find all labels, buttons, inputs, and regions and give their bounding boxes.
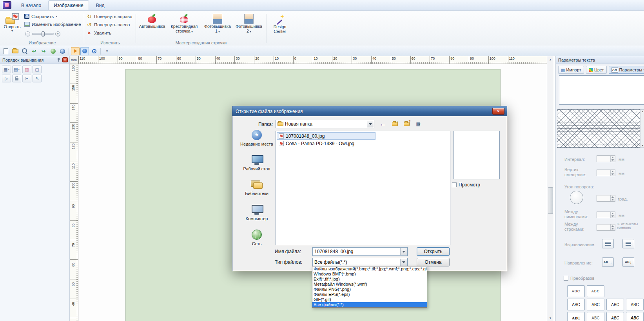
- direction-horizontal-button[interactable]: AB: [602, 257, 614, 267]
- slider[interactable]: − +: [25, 31, 60, 36]
- align-justify-button[interactable]: [622, 239, 634, 248]
- place-network[interactable]: Сеть: [252, 230, 262, 246]
- file-item[interactable]: Сова - Panna PD-1489 - Owl.jpg: [277, 140, 449, 147]
- char-spacing-spinner[interactable]: [597, 212, 615, 218]
- spin-up-icon[interactable]: [611, 212, 615, 215]
- spin-down-icon[interactable]: [611, 173, 615, 176]
- minus-icon[interactable]: −: [25, 31, 30, 36]
- pin-icon[interactable]: [57, 58, 61, 62]
- undo-button[interactable]: ↩: [30, 47, 38, 55]
- folder-combo[interactable]: Новая папка: [276, 120, 374, 128]
- filetype-option[interactable]: Файлы EPS(*.eps): [312, 292, 427, 297]
- rotate-right-button[interactable]: ↻ Повернуть вправо: [86, 14, 132, 19]
- combo-dropdown-button[interactable]: [400, 248, 407, 255]
- spin-down-icon[interactable]: [611, 215, 615, 218]
- cut-button[interactable]: ✂: [22, 75, 31, 82]
- filetype-option[interactable]: Файлы изображений(*.bmp;*.tif;*.jpg;*.wm…: [312, 266, 427, 272]
- cross-stitch-button[interactable]: Крестовидная строчка: [167, 12, 201, 40]
- open-button[interactable]: Открыть: [417, 247, 450, 256]
- spin-up-icon[interactable]: [611, 170, 615, 173]
- direction-vertical-button[interactable]: AB: [622, 257, 634, 267]
- stitch-simulator-button[interactable]: [71, 47, 80, 55]
- filetype-option[interactable]: Exif(*.tif;*.jpg): [312, 277, 427, 282]
- up-one-level-button[interactable]: ↑: [390, 120, 399, 128]
- new-document-button[interactable]: [2, 47, 10, 55]
- region-select-button[interactable]: ▧: [22, 66, 31, 73]
- redo-button[interactable]: ↪: [39, 47, 48, 55]
- spin-down-icon[interactable]: [611, 228, 615, 231]
- place-libraries[interactable]: Библиотеки: [245, 180, 268, 196]
- photo-stitch-2-button[interactable]: Фотовышивка 2: [234, 12, 264, 40]
- spin-up-icon[interactable]: [611, 156, 615, 159]
- text-style-sample-button[interactable]: ABC: [606, 299, 624, 310]
- new-folder-button[interactable]: *: [402, 120, 411, 128]
- spin-up-icon[interactable]: [611, 224, 615, 228]
- text-style-sample-button[interactable]: ABC: [606, 312, 624, 321]
- save-image-button[interactable]: Сохранить: [24, 14, 57, 19]
- back-button[interactable]: ←: [378, 120, 388, 128]
- delete-button[interactable]: × Удалить: [86, 30, 111, 35]
- photo-stitch-1-button[interactable]: Фотовышивка 1: [201, 12, 234, 40]
- toolbar-options-button[interactable]: ▾: [103, 47, 111, 55]
- place-computer[interactable]: Компьютер: [246, 205, 268, 221]
- cancel-button[interactable]: Отмена: [417, 258, 450, 266]
- scroll-up-arrow[interactable]: ▲: [547, 56, 553, 62]
- angle-dial[interactable]: [570, 191, 583, 204]
- text-style-sample-button[interactable]: ABC: [567, 299, 585, 310]
- align-left-button[interactable]: [602, 239, 614, 248]
- text-style-sample-button[interactable]: ABC: [587, 285, 604, 297]
- text-style-sample-button[interactable]: ABC: [587, 299, 604, 310]
- close-panel-button[interactable]: ×: [62, 57, 68, 62]
- zoom-button[interactable]: [20, 47, 29, 55]
- frame-select-button[interactable]: ▢: [33, 66, 42, 73]
- place-desktop[interactable]: Рабочий стол: [243, 155, 270, 171]
- filetype-option[interactable]: Файлы PNG(*.png): [312, 287, 427, 292]
- spin-down-icon[interactable]: [611, 199, 615, 202]
- combo-dropdown-button[interactable]: [400, 259, 407, 266]
- text-params-button[interactable]: АВ Параметры те: [609, 66, 644, 74]
- tab-image[interactable]: Изображение: [48, 0, 89, 10]
- scroll-down-arrow[interactable]: ▼: [642, 144, 644, 147]
- slider-track[interactable]: [32, 33, 54, 35]
- filetype-option[interactable]: GIF(*.gif): [312, 297, 427, 302]
- dialog-title-bar[interactable]: Открытие файла изображения: [232, 106, 507, 116]
- tab-view[interactable]: Вид: [91, 0, 110, 10]
- edit-image-button[interactable]: Изменить изображение: [24, 22, 81, 27]
- filetype-combo[interactable]: Все файлы(*.*): [312, 258, 408, 266]
- transform-checkbox[interactable]: [564, 276, 568, 281]
- sewing-order-list[interactable]: [0, 84, 69, 304]
- grid-select-button[interactable]: ▦▾: [2, 66, 11, 73]
- combo-dropdown-button[interactable]: [367, 120, 374, 128]
- auto-punch-button[interactable]: Автовышивка: [137, 12, 167, 40]
- text-style-sample-button[interactable]: ABC: [567, 312, 585, 321]
- simulate-button[interactable]: ▷: [2, 75, 11, 82]
- app-menu-button[interactable]: [0, 0, 14, 10]
- open-image-button[interactable]: Открыть ▾: [2, 11, 22, 34]
- line-spacing-spinner[interactable]: [597, 224, 615, 231]
- rotate-left-button[interactable]: ↺ Повернуть влево: [86, 22, 130, 27]
- realistic-view-button[interactable]: [49, 47, 57, 55]
- text-entry-box[interactable]: [559, 75, 644, 105]
- text-style-sample-button[interactable]: ABC: [567, 285, 585, 297]
- text-style-sample-button[interactable]: ABC: [587, 312, 604, 321]
- place-recent[interactable]: Недавние места: [240, 130, 273, 147]
- text-style-sample-button[interactable]: ABC: [626, 299, 644, 310]
- interval-spinner[interactable]: [597, 155, 615, 162]
- vertical-offset-spinner[interactable]: [597, 170, 615, 176]
- preview-checkbox[interactable]: [452, 182, 457, 187]
- file-item-selected[interactable]: 107081848_00.jpg: [277, 132, 376, 140]
- plus-icon[interactable]: +: [55, 31, 60, 36]
- spin-down-icon[interactable]: [611, 159, 615, 162]
- select-pointer-button[interactable]: ↖: [33, 75, 42, 82]
- layer-select-button[interactable]: ▤▾: [12, 66, 21, 73]
- text-style-sample-button[interactable]: ABC: [626, 312, 644, 321]
- filename-combo[interactable]: 107081848_00.jpg: [312, 247, 408, 256]
- center-design-button[interactable]: [90, 47, 98, 55]
- scroll-down-arrow[interactable]: ▼: [547, 315, 553, 321]
- lock-button[interactable]: [12, 75, 21, 82]
- design-property-button[interactable]: [80, 47, 89, 55]
- color-button[interactable]: Цвет: [586, 66, 607, 74]
- file-list[interactable]: 107081848_00.jpg Сова - Panna PD-1489 - …: [276, 131, 450, 245]
- design-center-button[interactable]: Design Center: [268, 12, 291, 35]
- font-pattern-box[interactable]: ▲▼: [557, 109, 644, 148]
